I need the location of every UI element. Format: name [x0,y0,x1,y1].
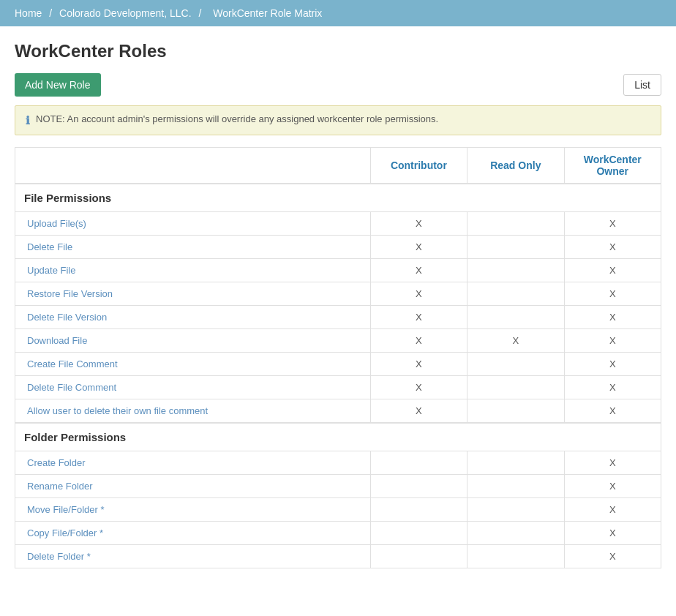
permission-label: Update File [15,259,371,282]
readonly-cell [467,545,564,568]
permission-label: Delete File Version [15,306,371,329]
nav-sep1: / [49,7,55,19]
table-row: Create File CommentXX [15,353,661,376]
readonly-cell [467,306,564,329]
owner-cell: X [564,498,661,522]
contributor-cell [370,522,467,545]
section-header-row: File Permissions [15,184,661,212]
readonly-cell [467,259,564,282]
readonly-cell [467,475,564,498]
readonly-cell [467,236,564,259]
contributor-cell: X [370,236,467,259]
owner-cell: X [564,353,661,376]
contributor-cell: X [370,306,467,329]
owner-cell: X [564,522,661,545]
readonly-cell [467,399,564,424]
contributor-cell [370,475,467,498]
owner-cell: X [564,451,661,475]
permission-label: Copy File/Folder * [15,522,371,545]
owner-cell: X [564,475,661,498]
table-row: Delete File VersionXX [15,306,661,329]
owner-cell: X [564,329,661,353]
owner-cell: X [564,259,661,282]
table-row: Download FileXXX [15,329,661,353]
table-row: Restore File VersionXX [15,282,661,306]
nav-current-page: WorkCenter Role Matrix [213,7,322,19]
readonly-cell [467,212,564,236]
table-row: Rename FolderX [15,475,661,498]
list-button[interactable]: List [623,74,661,96]
table-row: Upload File(s)XX [15,212,661,236]
contributor-cell: X [370,399,467,424]
table-row: Create FolderX [15,451,661,475]
col-header-permission [15,148,371,184]
owner-cell: X [564,545,661,568]
col-header-readonly: Read Only [467,148,564,184]
readonly-cell [467,451,564,475]
table-row: Delete Folder *X [15,545,661,568]
contributor-cell [370,498,467,522]
permission-label: Create File Comment [15,353,371,376]
table-row: Allow user to delete their own file comm… [15,399,661,424]
owner-cell: X [564,236,661,259]
col-header-contributor: Contributor [370,148,467,184]
contributor-cell: X [370,282,467,306]
permission-label: Upload File(s) [15,212,371,236]
contributor-cell [370,545,467,568]
nav-company[interactable]: Colorado Development, LLC. [59,7,192,19]
page-title: WorkCenter Roles [15,41,661,61]
permission-label: Delete Folder * [15,545,371,568]
toolbar: Add New Role List [15,73,661,97]
main-content: WorkCenter Roles Add New Role List ℹ NOT… [0,26,676,583]
section-header-row: Folder Permissions [15,423,661,451]
table-header-row: Contributor Read Only WorkCenter Owner [15,148,661,184]
readonly-cell [467,376,564,399]
section-title: Folder Permissions [15,423,661,451]
permission-label: Rename Folder [15,475,371,498]
breadcrumb: Home / Colorado Development, LLC. / Work… [0,0,676,26]
contributor-cell: X [370,353,467,376]
nav-sep2: / [198,7,204,19]
table-row: Delete File CommentXX [15,376,661,399]
permission-label: Restore File Version [15,282,371,306]
contributor-cell: X [370,376,467,399]
owner-cell: X [564,376,661,399]
section-title: File Permissions [15,184,661,212]
add-new-role-button[interactable]: Add New Role [15,73,101,97]
contributor-cell: X [370,212,467,236]
owner-cell: X [564,306,661,329]
permission-label: Allow user to delete their own file comm… [15,399,371,424]
table-row: Update FileXX [15,259,661,282]
permission-label: Move File/Folder * [15,498,371,522]
notice-box: ℹ NOTE: An account admin's permissions w… [15,105,661,135]
readonly-cell [467,498,564,522]
notice-text: NOTE: An account admin's permissions wil… [36,113,438,124]
col-header-owner: WorkCenter Owner [564,148,661,184]
contributor-cell: X [370,329,467,353]
owner-cell: X [564,282,661,306]
owner-cell: X [564,399,661,424]
permissions-table: Contributor Read Only WorkCenter Owner F… [15,147,661,568]
permission-label: Delete File Comment [15,376,371,399]
readonly-cell [467,353,564,376]
table-row: Delete FileXX [15,236,661,259]
readonly-cell [467,282,564,306]
info-icon: ℹ [26,114,30,127]
readonly-cell [467,522,564,545]
nav-home[interactable]: Home [15,7,42,19]
permission-label: Download File [15,329,371,353]
permission-label: Create Folder [15,451,371,475]
contributor-cell [370,451,467,475]
owner-cell: X [564,212,661,236]
table-row: Move File/Folder *X [15,498,661,522]
permission-label: Delete File [15,236,371,259]
table-row: Copy File/Folder *X [15,522,661,545]
readonly-cell: X [467,329,564,353]
contributor-cell: X [370,259,467,282]
